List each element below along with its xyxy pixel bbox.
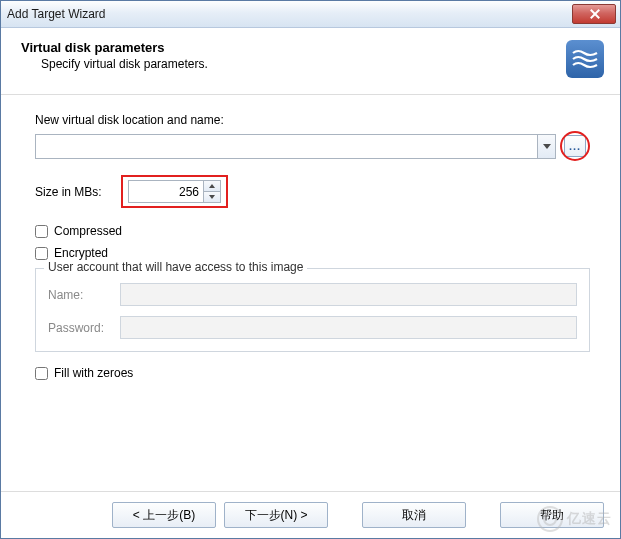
window-title: Add Target Wizard [7,7,106,21]
size-input[interactable] [129,181,203,202]
fill-zeroes-checkbox-row[interactable]: Fill with zeroes [35,366,590,380]
close-button[interactable] [572,4,616,24]
header-title: Virtual disk parameters [21,40,566,55]
help-button[interactable]: 帮助 [500,502,604,528]
back-button[interactable]: < 上一步(B) [112,502,216,528]
encrypted-checkbox[interactable] [35,247,48,260]
encrypted-checkbox-row[interactable]: Encrypted [35,246,590,260]
wizard-header: Virtual disk parameters Specify virtual … [1,28,620,95]
wizard-content: New virtual disk location and name: ... … [1,95,620,380]
wizard-footer: < 上一步(B) 下一步(N) > 取消 帮助 [1,491,620,538]
chevron-up-icon [209,184,215,188]
location-label: New virtual disk location and name: [35,113,590,127]
password-row: Password: [48,316,577,339]
next-button[interactable]: 下一步(N) > [224,502,328,528]
spinner-up-button[interactable] [204,181,220,192]
close-icon [589,9,599,19]
location-row: ... [35,131,590,161]
annotation-circle [560,131,590,161]
annotation-rectangle [121,175,228,208]
group-title: User account that will have access to th… [44,260,307,274]
compressed-checkbox[interactable] [35,225,48,238]
brand-icon [566,40,604,78]
chevron-down-icon [543,144,551,149]
user-account-group: User account that will have access to th… [35,268,590,352]
wizard-window: Add Target Wizard Virtual disk parameter… [0,0,621,539]
location-dropdown-button[interactable] [537,135,555,158]
spinner-buttons [203,181,220,202]
name-input [120,283,577,306]
size-label: Size in MBs: [35,185,111,199]
location-combobox[interactable] [35,134,556,159]
header-text-block: Virtual disk parameters Specify virtual … [21,40,566,71]
size-spinner[interactable] [128,180,221,203]
spinner-down-button[interactable] [204,192,220,202]
name-row: Name: [48,283,577,306]
titlebar: Add Target Wizard [1,1,620,28]
compressed-label: Compressed [54,224,122,238]
chevron-down-icon [209,195,215,199]
fill-zeroes-checkbox[interactable] [35,367,48,380]
password-label: Password: [48,321,120,335]
header-subtitle: Specify virtual disk parameters. [21,57,566,71]
location-input[interactable] [36,135,537,158]
name-label: Name: [48,288,120,302]
browse-highlight: ... [560,131,590,161]
fill-zeroes-label: Fill with zeroes [54,366,133,380]
wave-icon [572,49,598,69]
compressed-checkbox-row[interactable]: Compressed [35,224,590,238]
size-row: Size in MBs: [35,175,590,208]
cancel-button[interactable]: 取消 [362,502,466,528]
password-input [120,316,577,339]
encrypted-label: Encrypted [54,246,108,260]
